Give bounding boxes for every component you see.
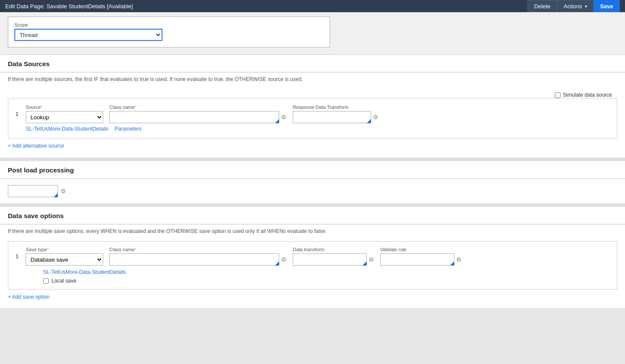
post-load-area: ⚙: [0, 179, 625, 203]
post-load-title: Post load processing: [0, 161, 625, 179]
data-transform-wrapper: [293, 253, 367, 266]
data-save-options-desc: If there are multiple save options, ever…: [0, 225, 625, 238]
gear-icon-postload[interactable]: ⚙: [61, 188, 66, 195]
data-save-options-title: Data save options: [0, 207, 625, 224]
data-source-container: Simulate data source 1 Source* Lookup RE…: [0, 86, 625, 158]
response-transform-label: Response Data Transform: [293, 104, 378, 110]
save-row-1: 1 Save type* Database save Activity: [8, 241, 617, 290]
save-row-top: Save type* Database save Activity REST: [26, 247, 611, 266]
source-row-1: 1 Source* Lookup REST Database Activity: [8, 98, 617, 138]
response-transform-input[interactable]: [293, 111, 371, 123]
validate-rule-input-group: ⚙: [380, 253, 462, 266]
response-transform-wrapper: [293, 111, 371, 123]
gear-icon-data-transform[interactable]: ⚙: [368, 256, 374, 263]
corner-triangle-data-transform: [362, 261, 367, 266]
simulate-label: Simulate data source: [563, 92, 612, 98]
data-sources-title: Data Sources: [0, 55, 625, 72]
add-alternative-source-link[interactable]: + Add alternative source: [8, 138, 64, 151]
save-row-fields: Save type* Database save Activity REST: [26, 247, 611, 284]
save-class-name-group: Class name* StudentDetails ⚙: [109, 247, 287, 266]
local-save-checkbox[interactable]: [43, 278, 49, 284]
divider-1: [0, 158, 625, 161]
class-name-field-group: Class name* StudentDetails ⚙: [109, 104, 287, 123]
row-fields-1: Source* Lookup REST Database Activity Cl…: [26, 104, 611, 132]
post-load-section: Post load processing ⚙: [0, 161, 625, 203]
data-transform-input-group: ⚙: [293, 253, 374, 266]
simulate-checkbox[interactable]: [555, 92, 561, 98]
corner-triangle-postload: [54, 193, 58, 197]
source-field-group: Source* Lookup REST Database Activity: [26, 104, 103, 123]
gear-icon-validate[interactable]: ⚙: [456, 256, 462, 263]
source-select[interactable]: Lookup REST Database Activity: [26, 111, 103, 123]
top-bar-buttons: Delete Actions ▾ Save: [527, 0, 620, 12]
save-row-number: 1: [8, 247, 26, 260]
validate-rule-label: Validate rule: [380, 247, 462, 252]
scope-label: Scope: [14, 22, 324, 27]
row-fields-top: Source* Lookup REST Database Activity Cl…: [26, 104, 611, 123]
actions-label: Actions: [564, 3, 582, 10]
data-transform-group: Data transform ⚙: [293, 247, 374, 266]
save-class-name-input-group: StudentDetails ⚙: [109, 253, 287, 266]
source-link-2[interactable]: Parameters: [115, 126, 142, 132]
save-class-name-label: Class name*: [109, 247, 287, 252]
post-load-inner: ⚙: [8, 185, 617, 197]
post-load-input[interactable]: [8, 185, 58, 197]
save-row-bottom: SL-TellUsMore-Data-StudentDetails Local …: [43, 269, 611, 284]
class-name-label: Class name*: [109, 104, 287, 110]
data-transform-input[interactable]: [293, 253, 367, 266]
data-save-options-section: Data save options If there are multiple …: [0, 207, 625, 308]
scope-wrapper: Scope Thread Session Application Request: [8, 17, 330, 47]
save-type-select[interactable]: Database save Activity REST: [26, 253, 103, 266]
add-save-option-link[interactable]: + Add save option: [8, 290, 50, 302]
save-row-wrapper: 1 Save type* Database save Activity: [8, 247, 611, 284]
actions-button[interactable]: Actions ▾: [557, 0, 594, 12]
data-transform-label: Data transform: [293, 247, 374, 252]
class-name-input-group: StudentDetails ⚙: [109, 111, 287, 123]
save-class-name-input[interactable]: StudentDetails: [109, 253, 279, 266]
validate-rule-input[interactable]: [380, 253, 454, 266]
scope-field-group: Scope Thread Session Application Request: [14, 22, 324, 41]
top-bar: Edit Data Page: Savable StudentDetails […: [0, 0, 625, 12]
scope-area: Scope Thread Session Application Request: [0, 12, 625, 55]
corner-triangle-save-class: [275, 261, 279, 266]
row-number-1: 1: [8, 104, 26, 117]
delete-button[interactable]: Delete: [527, 0, 557, 12]
save-class-link[interactable]: SL-TellUsMore-Data-StudentDetails: [43, 269, 611, 275]
chevron-down-icon: ▾: [585, 4, 587, 9]
response-transform-group: Response Data Transform ⚙: [293, 104, 378, 123]
save-options-area: 1 Save type* Database save Activity: [0, 238, 625, 308]
scope-select[interactable]: Thread Session Application Request: [14, 29, 162, 41]
gear-icon-class[interactable]: ⚙: [281, 114, 287, 121]
local-save-row: Local save: [43, 278, 611, 284]
save-class-name-wrapper: StudentDetails: [109, 253, 279, 266]
gear-icon-response[interactable]: ⚙: [373, 114, 378, 121]
validate-rule-group: Validate rule ⚙: [380, 247, 462, 266]
corner-triangle-response: [367, 119, 371, 123]
validate-rule-wrapper: [380, 253, 454, 266]
save-type-label: Save type*: [26, 247, 103, 252]
source-label: Source*: [26, 104, 103, 110]
page-title: Edit Data Page: Savable StudentDetails […: [5, 3, 133, 10]
post-load-input-wrapper: [8, 185, 58, 197]
divider-2: [0, 203, 625, 207]
data-sources-section: Data Sources If there are multiple sourc…: [0, 55, 625, 158]
corner-triangle-icon: [275, 119, 279, 123]
gear-icon-save-class[interactable]: ⚙: [281, 256, 287, 263]
simulate-area: Simulate data source: [8, 89, 617, 98]
class-name-input[interactable]: StudentDetails: [109, 111, 279, 123]
corner-triangle-validate: [450, 261, 454, 266]
data-sources-desc: If there are multiple sources, the first…: [0, 73, 625, 86]
source-row-links: SL-TellUsMore-Data-StudentDetails Parame…: [26, 126, 611, 132]
class-name-input-wrapper: StudentDetails: [109, 111, 279, 123]
save-type-group: Save type* Database save Activity REST: [26, 247, 103, 266]
source-link-1[interactable]: SL-TellUsMore-Data-StudentDetails: [26, 126, 108, 132]
local-save-label: Local save: [51, 278, 76, 284]
save-button[interactable]: Save: [594, 0, 620, 12]
response-transform-input-group: ⚙: [293, 111, 378, 123]
